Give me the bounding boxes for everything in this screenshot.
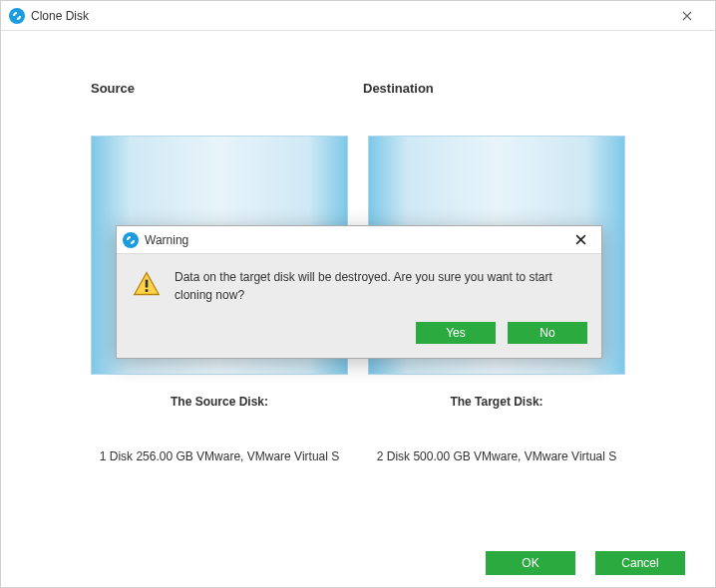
dialog-footer: Yes No — [117, 314, 601, 358]
footer-buttons: OK Cancel — [486, 551, 685, 575]
column-headers: Source Destination — [91, 81, 625, 96]
app-icon — [9, 8, 25, 24]
yes-button[interactable]: Yes — [416, 322, 496, 344]
dialog-title: Warning — [145, 233, 188, 247]
disk-descriptions: 1 Disk 256.00 GB VMware, VMware Virtual … — [91, 448, 625, 465]
dialog-close-button[interactable] — [565, 226, 595, 254]
dialog-titlebar: Warning — [117, 226, 601, 254]
window-titlebar: Clone Disk — [1, 1, 715, 31]
warning-icon — [133, 270, 161, 298]
window-title: Clone Disk — [31, 9, 89, 23]
warning-dialog: Warning Data on the target disk will be … — [116, 225, 602, 359]
source-disk-label: The Source Disk: — [91, 395, 348, 409]
dialog-body: Data on the target disk will be destroye… — [117, 254, 601, 314]
target-disk-label: The Target Disk: — [368, 395, 625, 409]
dialog-app-icon — [123, 232, 139, 248]
disk-labels: The Source Disk: The Target Disk: — [91, 395, 625, 409]
window-close-button[interactable] — [667, 1, 707, 31]
ok-button[interactable]: OK — [486, 551, 575, 575]
svg-rect-2 — [146, 280, 149, 288]
source-header: Source — [91, 81, 353, 96]
target-disk-description: 2 Disk 500.00 GB VMware, VMware Virtual … — [368, 448, 625, 465]
close-icon — [682, 11, 692, 21]
no-button[interactable]: No — [508, 322, 587, 344]
close-icon — [575, 234, 586, 245]
cancel-button[interactable]: Cancel — [595, 551, 685, 575]
svg-point-0 — [9, 8, 25, 24]
dialog-message: Data on the target disk will be destroye… — [175, 268, 585, 304]
destination-header: Destination — [353, 81, 625, 96]
svg-point-1 — [123, 232, 139, 248]
svg-rect-3 — [146, 289, 149, 292]
source-disk-description: 1 Disk 256.00 GB VMware, VMware Virtual … — [91, 448, 348, 465]
